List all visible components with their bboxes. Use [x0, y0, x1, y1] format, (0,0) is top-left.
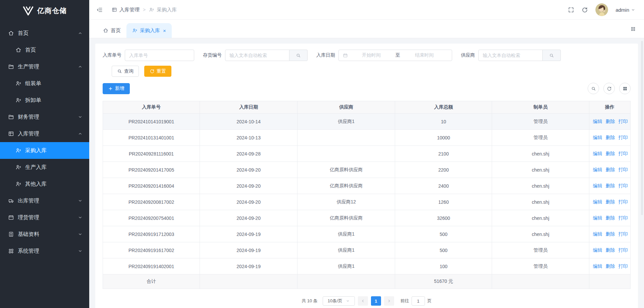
delete-link[interactable]: 删除 — [606, 215, 615, 221]
tab-label: 首页 — [111, 27, 121, 34]
cell-creator: chen.shj — [492, 210, 589, 226]
cell-actions: 编辑删除打印 — [589, 258, 631, 274]
print-link[interactable]: 打印 — [619, 231, 628, 237]
cell-actions: 编辑删除打印 — [589, 242, 631, 258]
chevron-down-icon — [78, 249, 83, 253]
delete-link[interactable]: 删除 — [606, 199, 615, 204]
table-row: PR2024092014170052024-09-20亿商原料供应商2200ch… — [103, 162, 631, 178]
supplier-input[interactable] — [478, 50, 543, 61]
table-header-row: 入库单号入库日期供应商入库总额制单员操作 — [103, 101, 631, 114]
archive-icon — [112, 7, 117, 12]
sidebar-item-home[interactable]: 首页 — [0, 25, 89, 42]
cell-order-no: PR202409191402001 — [103, 258, 200, 274]
table-columns-button[interactable] — [619, 83, 631, 94]
cell-creator: chen.shj — [492, 162, 589, 178]
goto-unit: 页 — [427, 298, 432, 304]
sidebar-subitem-purchase-inbound[interactable]: 采购入库 — [0, 142, 89, 159]
sidebar-subitem-assembly[interactable]: 组装单 — [0, 75, 89, 92]
breadcrumb-item-purchase-inbound[interactable]: 采购入库 — [149, 7, 177, 13]
cell-creator: chen.shj — [492, 194, 589, 210]
item-code-search-button[interactable] — [289, 50, 308, 61]
tab-options-grid-icon[interactable] — [630, 26, 636, 32]
sidebar-subitem-other-inbound[interactable]: 其他入库 — [0, 176, 89, 192]
edit-link[interactable]: 编辑 — [593, 183, 602, 188]
summary-total: 51670 元 — [395, 274, 492, 289]
table-search-toggle-button[interactable] — [588, 83, 599, 94]
sidebar-item-inbound[interactable]: 入库管理 — [0, 125, 89, 142]
print-link[interactable]: 打印 — [619, 199, 628, 204]
edit-link[interactable]: 编辑 — [593, 231, 602, 237]
fullscreen-icon[interactable] — [568, 7, 574, 13]
date-range-input[interactable]: 开始时间 至 结束时间 — [338, 50, 452, 61]
sidebar-item-tally[interactable]: 理货管理 — [0, 209, 89, 226]
goto-page-input[interactable] — [412, 296, 425, 306]
print-link[interactable]: 打印 — [619, 247, 628, 253]
print-link[interactable]: 打印 — [619, 119, 628, 124]
add-button[interactable]: 新增 — [103, 83, 130, 94]
delete-link[interactable]: 删除 — [606, 247, 615, 253]
edit-link[interactable]: 编辑 — [593, 151, 602, 156]
print-link[interactable]: 打印 — [619, 215, 628, 221]
sidebar-item-base-data[interactable]: 基础资料 — [0, 226, 89, 243]
sidebar-subitem-disassembly[interactable]: 拆卸单 — [0, 92, 89, 109]
breadcrumb-label: 入库管理 — [119, 7, 140, 13]
close-icon[interactable]: × — [163, 28, 166, 33]
page-scrollbar[interactable] — [641, 41, 643, 215]
page-number-button[interactable]: 1 — [371, 296, 381, 306]
delete-link[interactable]: 删除 — [606, 151, 615, 156]
delete-link[interactable]: 删除 — [606, 119, 615, 124]
cell-supplier — [298, 130, 395, 146]
user-menu[interactable]: admin — [615, 7, 635, 13]
chevron-down-icon — [78, 198, 83, 203]
page-size-select[interactable]: 10条/页 — [323, 296, 355, 306]
end-date-placeholder: 结束时间 — [401, 52, 448, 58]
print-link[interactable]: 打印 — [619, 151, 628, 156]
delete-link[interactable]: 删除 — [606, 135, 615, 140]
item-code-input[interactable] — [225, 50, 289, 61]
sidebar-item-system[interactable]: 系统管理 — [0, 243, 89, 259]
delete-link[interactable]: 删除 — [606, 231, 615, 237]
search-button[interactable]: 查询 — [112, 66, 139, 77]
cell-date: 2024-09-20 — [200, 194, 298, 210]
edit-link[interactable]: 编辑 — [593, 119, 602, 124]
cell-creator: 管理员 — [492, 258, 589, 274]
delete-link[interactable]: 删除 — [606, 263, 615, 269]
reset-button[interactable]: 重置 — [144, 66, 171, 77]
sidebar-subitem-production-inbound[interactable]: 生产入库 — [0, 159, 89, 176]
sidebar-item-outbound[interactable]: 出库管理 — [0, 192, 89, 209]
edit-link[interactable]: 编辑 — [593, 199, 602, 204]
breadcrumb-item-inbound[interactable]: 入库管理 — [112, 7, 140, 13]
table-refresh-button[interactable] — [603, 83, 615, 94]
tab-bar: 首页采购入库× — [89, 20, 644, 38]
tab-home[interactable]: 首页 — [97, 23, 126, 38]
supplier-search-button[interactable] — [543, 50, 561, 61]
sidebar-item-production[interactable]: 生产管理 — [0, 58, 89, 75]
print-link[interactable]: 打印 — [619, 183, 628, 188]
avatar[interactable] — [595, 3, 608, 16]
user-icon — [15, 147, 21, 153]
edit-link[interactable]: 编辑 — [593, 247, 602, 253]
top-header: 入库管理 > 采购入库 — [89, 0, 644, 20]
pagination-total: 共 10 条 — [302, 298, 318, 304]
print-link[interactable]: 打印 — [619, 263, 628, 269]
print-link[interactable]: 打印 — [619, 135, 628, 140]
delete-link[interactable]: 删除 — [606, 167, 615, 172]
next-page-button[interactable] — [384, 296, 394, 306]
edit-link[interactable]: 编辑 — [593, 215, 602, 221]
print-link[interactable]: 打印 — [619, 167, 628, 172]
collapse-sidebar-icon[interactable] — [97, 7, 103, 13]
prev-page-button[interactable] — [358, 296, 368, 306]
refresh-icon[interactable] — [582, 7, 588, 13]
cell-supplier — [298, 146, 395, 162]
order-no-input[interactable] — [125, 50, 194, 61]
tab-purchase-inbound[interactable]: 采购入库× — [126, 23, 172, 38]
edit-link[interactable]: 编辑 — [593, 135, 602, 140]
breadcrumb-label: 采购入库 — [157, 7, 177, 13]
edit-link[interactable]: 编辑 — [593, 167, 602, 172]
sidebar-item-finance[interactable]: 财务管理 — [0, 109, 89, 125]
table-row: PR2024092014160042024-09-20亿商原料供应商2400ch… — [103, 178, 631, 194]
summary-label: 合计 — [103, 274, 200, 289]
delete-link[interactable]: 删除 — [606, 183, 615, 188]
edit-link[interactable]: 编辑 — [593, 263, 602, 269]
sidebar-subitem-home-sub[interactable]: 首页 — [0, 42, 89, 58]
